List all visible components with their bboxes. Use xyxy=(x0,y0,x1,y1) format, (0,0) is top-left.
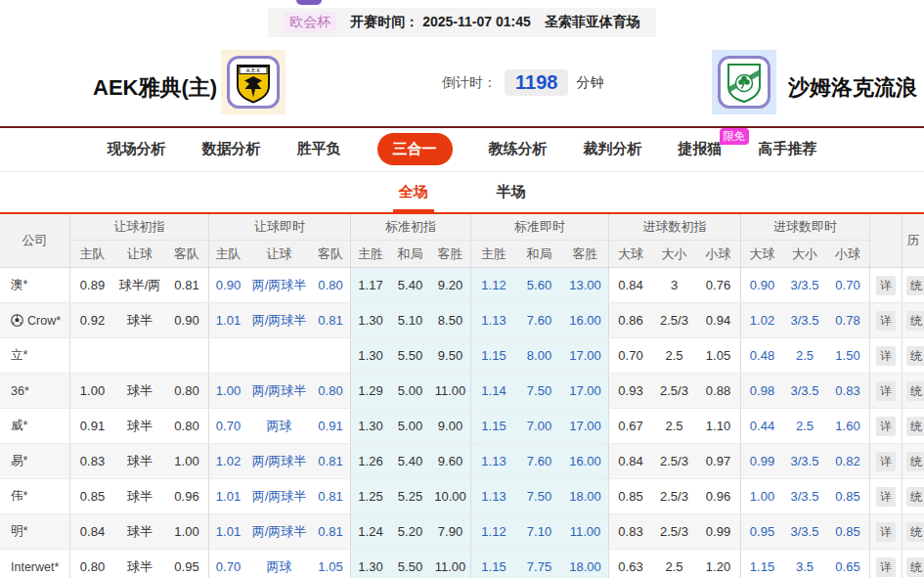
bookmaker-cell: 易* xyxy=(0,444,69,478)
detail-button[interactable]: 详 xyxy=(876,417,896,436)
odds-cell: 0.93 xyxy=(608,374,652,408)
stats-button[interactable]: 统 xyxy=(906,417,924,436)
detail-button[interactable]: 详 xyxy=(876,346,896,366)
odds-cell: 两球 xyxy=(247,409,311,443)
group-header: 让球初指 xyxy=(69,214,208,241)
odds-cell: 0.76 xyxy=(696,268,740,302)
bookmaker-name: 威* xyxy=(11,418,27,434)
table-row: 明*0.84球半1.001.01两/两球半0.811.245.207.901.1… xyxy=(0,514,924,550)
odds-cell: 1.13 xyxy=(470,444,516,478)
ops-cell: 详 xyxy=(869,303,902,337)
stats-button[interactable]: 统 xyxy=(906,311,924,331)
bookmaker-name: Crow* xyxy=(27,314,61,328)
odds-cell: 1.24 xyxy=(350,514,390,549)
detail-button[interactable]: 详 xyxy=(876,557,896,577)
odds-cell: 1.50 xyxy=(826,338,869,373)
bookmaker-name: 36* xyxy=(11,384,29,398)
countdown-value: 1198 xyxy=(505,69,568,96)
bookmaker-cell: 威* xyxy=(0,409,69,443)
detail-button[interactable]: 详 xyxy=(876,487,896,507)
sub-header: 和局 xyxy=(516,241,562,267)
sub-header: 客胜 xyxy=(562,241,608,267)
odds-cell: 0.70 xyxy=(208,409,247,443)
odds-cell: 1.20 xyxy=(696,550,740,578)
odds-cell: 0.81 xyxy=(311,303,350,337)
bookmaker-name: 明* xyxy=(11,523,27,540)
stats-button[interactable]: 统 xyxy=(906,522,924,542)
odds-cell: 10.00 xyxy=(430,479,470,513)
nav-tab-data-analysis[interactable]: 数据分析 xyxy=(202,140,261,158)
odds-cell: 1.25 xyxy=(350,479,390,513)
ops-cell: 详 xyxy=(869,479,902,513)
odds-cell: 7.60 xyxy=(516,303,562,337)
history-cell: 统 xyxy=(902,409,924,443)
odds-cell: 球半 xyxy=(114,514,165,549)
away-team-name: 沙姆洛克流浪 xyxy=(788,73,917,103)
nav-tab-referee-analysis[interactable]: 裁判分析 xyxy=(584,140,642,158)
odds-cell: 2.5/3 xyxy=(652,444,696,478)
odds-cell: 1.15 xyxy=(470,550,516,578)
odds-cell: 0.98 xyxy=(740,374,783,408)
odds-cell: 1.15 xyxy=(470,338,516,373)
table-header: 公司让球初指主队让球客队让球即时主队让球客队标准初指主胜和局客胜标准即时主胜和局… xyxy=(0,214,924,268)
detail-button[interactable]: 详 xyxy=(876,452,896,471)
table-row: 易*0.83球半1.001.02两/两球半0.811.265.409.601.1… xyxy=(0,444,924,479)
nav-tab-coach-analysis[interactable]: 教练分析 xyxy=(489,140,548,158)
odds-cell: 1.02 xyxy=(740,303,783,337)
odds-cell: 0.81 xyxy=(311,514,350,549)
nav-tab-win-draw-loss[interactable]: 胜平负 xyxy=(297,140,341,158)
odds-cell: 1.05 xyxy=(696,338,740,373)
odds-cell: 8.50 xyxy=(430,303,470,337)
nav-tab-live-analysis[interactable]: 现场分析 xyxy=(108,140,166,158)
sub-header: 大球 xyxy=(608,241,652,267)
stats-button[interactable]: 统 xyxy=(906,381,924,401)
odds-cell: 1.00 xyxy=(208,374,247,408)
detail-button[interactable]: 详 xyxy=(876,381,896,401)
odds-cell: 0.82 xyxy=(826,444,869,478)
table-row: 威*0.91球半0.800.70两球0.911.305.009.001.157.… xyxy=(0,409,924,444)
nav-tab-three-in-one[interactable]: 三合一 xyxy=(377,133,453,165)
odds-cell: 1.60 xyxy=(826,409,869,443)
sub-header: 和局 xyxy=(390,241,430,267)
odds-cell: 11.00 xyxy=(562,514,608,549)
match-info-bar: 欧会杯 开赛时间： 2025-11-07 01:45 圣索菲亚体育场 xyxy=(0,0,924,37)
odds-cell: 5.40 xyxy=(390,268,430,302)
kickoff-time: 开赛时间： 2025-11-07 01:45 xyxy=(350,14,530,31)
sub-header: 客胜 xyxy=(430,241,470,267)
odds-cell: 5.40 xyxy=(390,444,430,478)
odds-cell: 17.00 xyxy=(562,409,608,443)
stats-button[interactable]: 统 xyxy=(906,346,924,366)
table-row: 立*1.305.509.501.158.0017.000.702.51.050.… xyxy=(0,338,924,374)
stats-button[interactable]: 统 xyxy=(906,276,924,295)
detail-button[interactable]: 详 xyxy=(876,311,896,331)
odds-cell: 5.00 xyxy=(390,374,430,408)
detail-button[interactable]: 详 xyxy=(876,276,896,295)
stats-button[interactable]: 统 xyxy=(906,452,924,471)
odds-cell: 球半 xyxy=(114,303,165,337)
odds-cell: 球半 xyxy=(114,374,165,408)
odds-cell: 0.84 xyxy=(608,444,652,478)
odds-cell: 0.96 xyxy=(165,479,208,513)
period-tab-half-match[interactable]: 半场 xyxy=(491,183,532,212)
sub-header: 主胜 xyxy=(350,241,390,267)
nav-tab-expert-picks[interactable]: 高手推荐 xyxy=(759,140,817,158)
odds-cell: 16.00 xyxy=(562,303,608,337)
odds-cell: 0.70 xyxy=(208,550,247,578)
history-cell: 统 xyxy=(902,479,924,513)
table-row: 澳*0.89球半/两0.810.90两/两球半0.801.175.409.201… xyxy=(0,268,924,303)
odds-cell: 0.85 xyxy=(826,479,869,513)
odds-cell: 1.01 xyxy=(208,479,247,513)
period-tab-full-match[interactable]: 全场 xyxy=(393,183,434,212)
table-row: 36*1.00球半0.801.00两/两球半0.801.295.0011.001… xyxy=(0,374,924,409)
history-cell: 统 xyxy=(902,268,924,302)
stats-button[interactable]: 统 xyxy=(906,487,924,507)
league-badge[interactable]: 欧会杯 xyxy=(284,12,336,33)
sub-header: 主队 xyxy=(69,241,114,267)
nav-tab-jiebao-cat[interactable]: 捷报猫限免 xyxy=(679,140,723,158)
odds-cell: 2.5 xyxy=(652,409,696,443)
aek-crest-icon: A.E.K xyxy=(234,61,273,104)
odds-cell: 5.50 xyxy=(390,338,430,373)
stats-button[interactable]: 统 xyxy=(906,557,924,577)
detail-button[interactable]: 详 xyxy=(876,522,896,542)
odds-cell: 1.00 xyxy=(69,374,114,408)
